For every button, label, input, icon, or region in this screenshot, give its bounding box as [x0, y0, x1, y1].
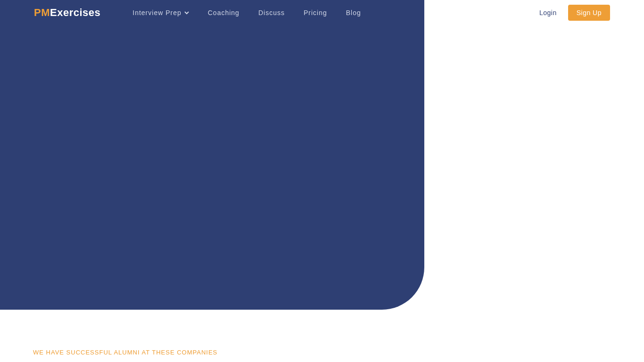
nav-interview-prep[interactable]: Interview Prep — [132, 9, 189, 16]
navbar: PMExercises Interview Prep Coaching Disc… — [0, 0, 644, 25]
logo-pm: PM — [34, 7, 50, 18]
nav-coaching[interactable]: Coaching — [208, 9, 239, 16]
chevron-down-icon — [184, 10, 189, 15]
login-link[interactable]: Login — [539, 9, 557, 16]
nav-link-label: Pricing — [304, 9, 327, 16]
nav-link-label: Blog — [346, 9, 361, 16]
nav-link-label: Coaching — [208, 9, 239, 16]
signup-button[interactable]: Sign Up — [568, 5, 610, 21]
nav-blog[interactable]: Blog — [346, 9, 361, 16]
logo-exercises: Exercises — [50, 7, 100, 18]
nav-right: Login Sign Up — [539, 5, 610, 21]
nav-link-label: Interview Prep — [132, 9, 181, 16]
alumni-section: WE HAVE SUCCESSFUL ALUMNI AT THESE COMPA… — [33, 349, 217, 356]
nav-link-label: Discuss — [258, 9, 285, 16]
hero-background — [0, 0, 424, 310]
nav-discuss[interactable]: Discuss — [258, 9, 285, 16]
alumni-heading: WE HAVE SUCCESSFUL ALUMNI AT THESE COMPA… — [33, 349, 217, 356]
logo[interactable]: PMExercises — [34, 7, 100, 19]
nav-pricing[interactable]: Pricing — [304, 9, 327, 16]
nav-links: Interview Prep Coaching Discuss Pricing … — [132, 9, 361, 16]
